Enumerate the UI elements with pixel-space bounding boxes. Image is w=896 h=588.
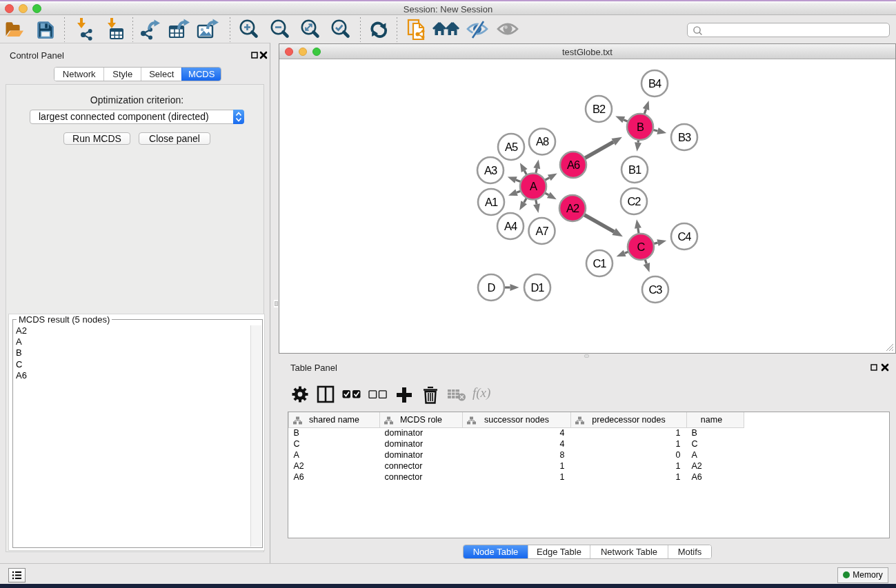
svg-text:D1: D1 (530, 281, 544, 294)
svg-text:D: D (488, 281, 496, 294)
svg-text:B1: B1 (628, 163, 641, 176)
svg-text:A: A (530, 180, 537, 192)
svg-text:C: C (637, 241, 646, 253)
svg-text:A2: A2 (566, 202, 579, 214)
svg-text:A8: A8 (536, 135, 549, 148)
svg-text:A1: A1 (485, 196, 498, 208)
svg-text:C3: C3 (648, 283, 662, 296)
svg-text:A7: A7 (535, 225, 548, 237)
svg-text:B2: B2 (593, 103, 606, 115)
svg-text:A4: A4 (504, 220, 517, 232)
svg-text:B4: B4 (648, 77, 661, 90)
svg-text:B3: B3 (678, 131, 691, 143)
svg-text:A6: A6 (567, 159, 580, 171)
svg-text:C2: C2 (627, 195, 641, 207)
svg-text:A5: A5 (505, 141, 518, 153)
svg-text:C4: C4 (677, 230, 691, 243)
svg-text:C1: C1 (593, 257, 606, 270)
svg-text:A3: A3 (484, 164, 497, 176)
svg-text:B: B (637, 121, 644, 133)
